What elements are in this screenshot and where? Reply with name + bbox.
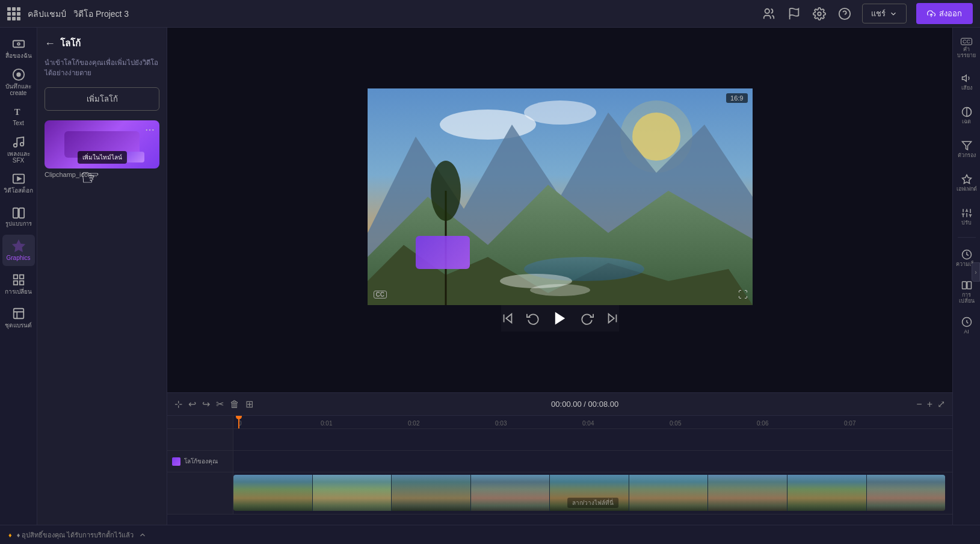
svg-point-26 bbox=[524, 100, 596, 125]
svg-marker-37 bbox=[555, 312, 564, 325]
video-frame: CC 16:9 ⛶ bbox=[368, 88, 753, 305]
right-panel-color[interactable]: เฉด bbox=[955, 100, 979, 131]
video-clip-sublabel: ลาก/วางไฟล์ที่นี่ bbox=[567, 498, 619, 508]
ruler-mark-1: 0:01 bbox=[321, 420, 332, 427]
fullscreen-button[interactable]: ⛶ bbox=[738, 289, 748, 300]
play-button[interactable] bbox=[552, 310, 569, 327]
chevron-up-icon[interactable] bbox=[138, 531, 147, 539]
add-logo-button[interactable]: เพิ่มโลโก้ bbox=[45, 87, 159, 111]
video-controls bbox=[501, 305, 619, 332]
playhead bbox=[238, 416, 239, 428]
flag-icon[interactable] bbox=[786, 6, 802, 22]
sidebar-item-music-label: เพลงและ SFX bbox=[2, 150, 35, 164]
zoom-in-button[interactable]: + bbox=[927, 399, 932, 410]
sidebar-item-templates-label: ชุดแบรนด์ bbox=[5, 322, 32, 329]
sidebar-item-graphics-label: Graphics bbox=[6, 255, 30, 261]
svg-point-2 bbox=[818, 12, 821, 16]
right-panel-adjust-label: ปรับ bbox=[961, 220, 972, 226]
sidebar-item-music[interactable]: เพลงและ SFX bbox=[2, 134, 35, 165]
logo-track-content[interactable] bbox=[233, 451, 952, 472]
right-panel-captions[interactable]: CC คำบรรยาย bbox=[955, 32, 979, 64]
right-edge-tab[interactable]: › bbox=[972, 262, 980, 282]
right-panel-divider bbox=[958, 237, 976, 238]
video-track-label bbox=[167, 472, 233, 514]
audio-icon bbox=[961, 73, 972, 84]
main-area: สื่อของฉัน บันทึกและcreate T Text เพลงแล… bbox=[0, 28, 980, 525]
project-name: วิดีโอ Project 3 bbox=[73, 7, 129, 20]
effects-icon bbox=[961, 174, 972, 185]
cc-button[interactable]: CC bbox=[374, 288, 387, 299]
svg-rect-19 bbox=[13, 281, 17, 285]
sidebar-item-media[interactable]: สื่อของฉัน bbox=[2, 32, 35, 64]
export-button[interactable]: ส่งออก bbox=[916, 3, 973, 24]
video-track-content[interactable]: ลาก/วางไฟล์ที่นี่ bbox=[233, 472, 952, 514]
toolbar-redo-button[interactable]: ↪ bbox=[202, 398, 210, 410]
logo-thumbnail: เพิ่มในไทม์ไลน์ bbox=[45, 120, 159, 168]
ruler-mark-3: 0:03 bbox=[495, 420, 507, 427]
right-panel-transitions-label: การเปลี่ยน bbox=[955, 292, 979, 304]
toolbar-cursor-button[interactable]: ⊹ bbox=[174, 398, 182, 410]
right-panel-filters-label: ตัวกรอง bbox=[958, 153, 976, 159]
timeline-time: 00:00.00 / 00:08.00 bbox=[259, 400, 910, 409]
video-background bbox=[368, 88, 753, 305]
svg-rect-6 bbox=[13, 41, 23, 48]
apps-icon[interactable] bbox=[7, 7, 20, 20]
help-icon[interactable] bbox=[837, 6, 852, 22]
svg-rect-21 bbox=[13, 309, 23, 319]
logo-in-video bbox=[416, 236, 470, 269]
svg-marker-43 bbox=[962, 141, 971, 150]
people-icon[interactable] bbox=[761, 6, 777, 22]
toolbar-cut-button[interactable]: ✂ bbox=[216, 398, 224, 410]
sidebar-item-media-label: สื่อของฉัน bbox=[5, 52, 32, 59]
filters-icon bbox=[961, 140, 972, 151]
svg-marker-35 bbox=[506, 314, 511, 323]
toolbar-undo-button[interactable]: ↩ bbox=[188, 398, 196, 410]
forward5-button[interactable] bbox=[581, 312, 594, 325]
skip-end-button[interactable] bbox=[606, 312, 619, 325]
svg-rect-20 bbox=[19, 281, 23, 285]
svg-rect-15 bbox=[19, 208, 23, 218]
logo-card[interactable]: เพิ่มในไทม์ไลน์ ⋯ Clipchamp_icon... ☞ bbox=[45, 120, 159, 178]
svg-point-11 bbox=[20, 142, 23, 146]
adjust-icon bbox=[961, 208, 972, 218]
svg-marker-13 bbox=[17, 177, 21, 181]
aspect-ratio-badge: 16:9 bbox=[726, 93, 747, 103]
sidebar-item-brand[interactable]: การเปลี่ยน bbox=[2, 268, 35, 300]
settings-icon[interactable] bbox=[812, 6, 827, 22]
tracks-container: โลโก้ของคุณ bbox=[167, 429, 952, 525]
logo-options-icon[interactable]: ⋯ bbox=[145, 124, 155, 135]
toolbar-lock-button[interactable]: ⊞ bbox=[245, 398, 253, 410]
sidebar-item-create[interactable]: บันทึกและcreate bbox=[2, 66, 35, 97]
svg-marker-38 bbox=[608, 314, 614, 323]
sidebar-item-stock-label: วิดีโอสต็อก bbox=[4, 187, 33, 194]
right-panel-effects-label: เอฟเฟกต์ bbox=[957, 187, 977, 193]
sidebar-item-graphics[interactable]: Graphics bbox=[2, 235, 35, 266]
right-panel-ai[interactable]: AI bbox=[955, 310, 979, 341]
sidebar-item-brand-label: การเปลี่ยน bbox=[5, 288, 32, 295]
svg-rect-14 bbox=[13, 208, 17, 218]
right-panel-effects[interactable]: เอฟเฟกต์ bbox=[955, 167, 979, 199]
right-panel-audio-label: เสียง bbox=[961, 85, 972, 91]
sidebar-item-stock[interactable]: วิดีโอสต็อก bbox=[2, 167, 35, 199]
back-button[interactable]: ← bbox=[45, 37, 55, 50]
logo-track-row: โลโก้ของคุณ bbox=[167, 451, 952, 472]
topbar: คลิปแชมป์ วิดีโอ Project 3 bbox=[0, 0, 980, 28]
share-button[interactable]: แชร์ bbox=[862, 4, 907, 23]
right-panel-audio[interactable]: เสียง bbox=[955, 66, 979, 97]
sidebar-item-text[interactable]: T Text bbox=[2, 100, 35, 131]
back5-button[interactable] bbox=[526, 312, 540, 325]
sidebar-item-templates[interactable]: ชุดแบรนด์ bbox=[2, 302, 35, 333]
bottom-bar: ♦ ♦ อุปสิทธิ์ของคุณ ได้รับการบริกตั้กไว้… bbox=[0, 525, 980, 544]
zoom-fit-button[interactable]: ⤢ bbox=[937, 398, 945, 410]
zoom-out-button[interactable]: − bbox=[916, 399, 922, 410]
sidebar-item-transitions[interactable]: รูปแบบการ bbox=[2, 201, 35, 232]
right-panel-color-label: เฉด bbox=[962, 119, 971, 125]
toolbar-delete-button[interactable]: 🗑 bbox=[230, 399, 239, 410]
rewind-button[interactable] bbox=[501, 312, 514, 325]
svg-marker-40 bbox=[962, 75, 966, 81]
panel-header: ← โลโก้ bbox=[45, 36, 159, 51]
empty-track-row bbox=[167, 429, 952, 451]
ruler-mark-6: 0:06 bbox=[757, 420, 768, 427]
right-panel-adjust[interactable]: ปรับ bbox=[955, 201, 979, 232]
right-panel-filters[interactable]: ตัวกรอง bbox=[955, 134, 979, 165]
